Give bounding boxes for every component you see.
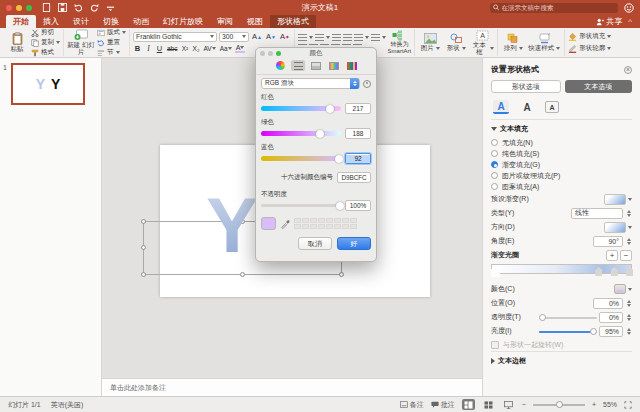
angle-input[interactable]: 90° bbox=[593, 236, 623, 247]
type-stepper[interactable] bbox=[625, 208, 632, 219]
blue-slider-thumb[interactable] bbox=[335, 155, 343, 163]
transparency-slider[interactable] bbox=[539, 313, 597, 322]
font-name-combo[interactable]: Franklin Gothic bbox=[133, 32, 217, 42]
new-document-icon[interactable] bbox=[42, 3, 51, 12]
section-dropdown-icon[interactable] bbox=[116, 51, 120, 54]
zoom-percentage[interactable]: 55% bbox=[603, 401, 617, 408]
zoom-window-icon[interactable] bbox=[26, 5, 32, 11]
textbox-button[interactable]: A 文本框 bbox=[470, 30, 494, 56]
columns-dropdown-icon[interactable] bbox=[382, 36, 386, 39]
slider-mode-select[interactable]: RGB 滑块 bbox=[261, 78, 360, 89]
search-field[interactable] bbox=[490, 3, 618, 13]
bold-button[interactable]: B bbox=[133, 44, 142, 54]
quick-styles-button[interactable]: 快速样式 bbox=[527, 33, 561, 52]
shapes-button[interactable]: 形状 bbox=[444, 33, 468, 52]
tab-design[interactable]: 设计 bbox=[66, 15, 96, 28]
blue-value-input[interactable] bbox=[346, 155, 370, 163]
notes-toggle[interactable]: 备注 bbox=[400, 400, 424, 410]
line-spacing-icon[interactable] bbox=[354, 34, 363, 42]
opacity-value-field[interactable]: 100% bbox=[345, 200, 371, 211]
red-value-field[interactable]: 217 bbox=[345, 103, 371, 114]
position-stepper[interactable] bbox=[625, 298, 632, 309]
fit-slide-icon[interactable] bbox=[624, 401, 632, 409]
new-slide-button[interactable]: 新建 幻灯片 bbox=[67, 29, 95, 56]
tab-insert[interactable]: 插入 bbox=[36, 15, 66, 28]
recent-colors-grid[interactable] bbox=[294, 218, 357, 229]
fill-option-solid[interactable]: 纯色填充(S) bbox=[491, 148, 632, 159]
section-text-fill[interactable]: 文本填充 bbox=[491, 119, 632, 137]
search-input[interactable] bbox=[502, 4, 615, 11]
convert-smartart-button[interactable]: 转换为 SmartArt bbox=[388, 30, 412, 54]
gradient-type-select[interactable]: 线性 bbox=[571, 208, 623, 219]
collapse-ribbon-icon[interactable]: ^ bbox=[628, 17, 632, 26]
copy-button[interactable]: 复制 bbox=[31, 38, 60, 47]
strikethrough-button[interactable]: abc bbox=[166, 44, 178, 54]
stop-color-dropdown[interactable] bbox=[614, 284, 632, 294]
slide-thumbnail[interactable]: Y Y bbox=[11, 63, 85, 105]
zoom-slider[interactable] bbox=[533, 400, 585, 409]
tab-review[interactable]: 审阅 bbox=[210, 15, 240, 28]
opacity-slider[interactable] bbox=[261, 204, 341, 207]
tab-transitions[interactable]: 切换 bbox=[96, 15, 126, 28]
ok-button[interactable]: 好 bbox=[337, 237, 371, 250]
slideshow-view-button[interactable] bbox=[502, 399, 515, 410]
red-slider-thumb[interactable] bbox=[326, 105, 334, 113]
cut-button[interactable]: 剪切 bbox=[31, 28, 60, 37]
copy-dropdown-icon[interactable] bbox=[56, 41, 60, 44]
eyedropper-icon[interactable] bbox=[280, 219, 290, 229]
add-stop-button[interactable]: + bbox=[606, 250, 618, 261]
fill-option-none[interactable]: 无填充(N) bbox=[491, 137, 632, 148]
paste-button[interactable]: 粘贴 bbox=[5, 32, 29, 53]
tab-slideshow[interactable]: 幻灯片放映 bbox=[156, 15, 210, 28]
transparency-stepper[interactable] bbox=[625, 312, 632, 323]
rotate-with-shape-checkbox[interactable]: 与形状一起旋转(W) bbox=[491, 338, 632, 351]
green-value-field[interactable]: 188 bbox=[345, 128, 371, 139]
remove-stop-button[interactable]: − bbox=[620, 250, 632, 261]
slide-letter-light[interactable]: Y bbox=[206, 186, 258, 264]
brightness-stepper[interactable] bbox=[625, 326, 632, 337]
toolbar-options-icon[interactable] bbox=[106, 3, 115, 12]
tab-shape-format[interactable]: 形状格式 bbox=[270, 15, 316, 28]
minimize-window-icon[interactable] bbox=[16, 5, 22, 11]
red-slider[interactable] bbox=[261, 106, 341, 111]
numbering-dropdown-icon[interactable] bbox=[326, 36, 330, 39]
panel-tab-text-options[interactable]: 文本选项 bbox=[565, 80, 633, 93]
arrange-button[interactable]: 排列 bbox=[501, 33, 525, 52]
tab-animations[interactable]: 动画 bbox=[126, 15, 156, 28]
share-button[interactable]: 共享 bbox=[596, 16, 622, 27]
numbering-icon[interactable] bbox=[315, 34, 324, 42]
font-color-button[interactable]: A bbox=[235, 44, 246, 53]
brightness-input[interactable]: 95% bbox=[599, 326, 623, 337]
italic-button[interactable]: I bbox=[144, 44, 153, 54]
close-window-icon[interactable] bbox=[6, 5, 12, 11]
blue-value-field[interactable] bbox=[345, 153, 371, 164]
section-button[interactable]: 节 bbox=[97, 48, 126, 57]
color-dialog-titlebar[interactable]: 颜色 bbox=[256, 48, 376, 58]
reset-button[interactable]: 重置 bbox=[97, 38, 126, 47]
bullets-icon[interactable] bbox=[298, 34, 307, 42]
layout-dropdown-icon[interactable] bbox=[122, 31, 126, 34]
cancel-button[interactable]: 取消 bbox=[298, 237, 332, 250]
tab-view[interactable]: 视图 bbox=[240, 15, 270, 28]
layout-button[interactable]: 版式 bbox=[97, 28, 126, 37]
language-indicator[interactable]: 英语(美国) bbox=[51, 400, 84, 410]
tab-home[interactable]: 开始 bbox=[6, 15, 36, 28]
gear-icon[interactable] bbox=[363, 80, 371, 88]
color-wheel-tab[interactable] bbox=[273, 60, 287, 71]
clear-format-button[interactable]: A✦ bbox=[279, 32, 291, 42]
text-effects-icon[interactable]: A bbox=[519, 100, 535, 114]
shape-fill-button[interactable]: 形状填充 bbox=[568, 32, 611, 41]
resize-handle-top-left[interactable] bbox=[141, 219, 146, 224]
window-controls[interactable] bbox=[6, 5, 32, 11]
fill-option-gradient[interactable]: 渐变填充(G) bbox=[491, 159, 632, 170]
panel-tab-shape-options[interactable]: 形状选项 bbox=[491, 80, 561, 93]
color-sliders-tab[interactable] bbox=[291, 60, 305, 71]
feedback-smiley-icon[interactable] bbox=[624, 3, 634, 13]
underline-button[interactable]: U bbox=[155, 44, 164, 54]
decrease-indent-icon[interactable] bbox=[332, 34, 341, 42]
color-pencils-tab[interactable] bbox=[345, 60, 359, 71]
zoom-in-icon[interactable]: + bbox=[592, 401, 596, 408]
zoom-out-icon[interactable]: − bbox=[522, 401, 526, 408]
green-slider-thumb[interactable] bbox=[316, 130, 324, 138]
columns-icon[interactable] bbox=[371, 34, 380, 42]
